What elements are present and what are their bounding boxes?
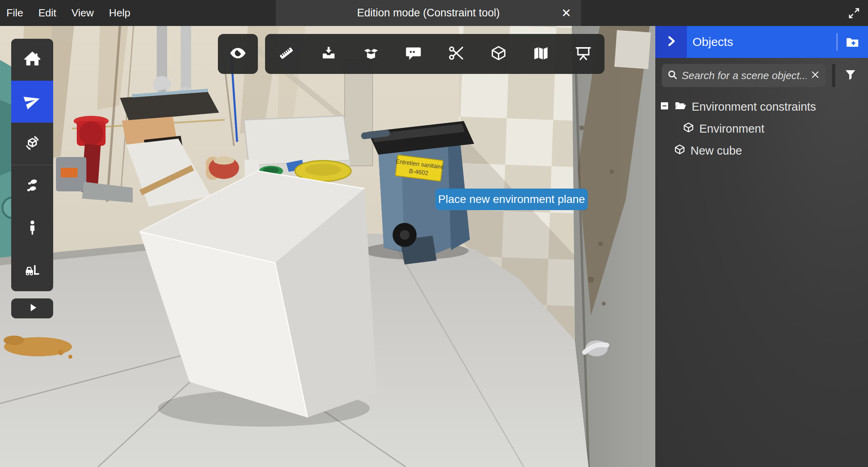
sidebar-item-avatar[interactable] <box>11 207 53 249</box>
play-button[interactable] <box>11 298 53 318</box>
tree-label: Environment constraints <box>692 100 816 113</box>
folder-open-icon <box>674 99 687 115</box>
rotate-3d-cube-icon <box>23 134 42 154</box>
chevron-right-icon <box>664 34 678 50</box>
place-plane-tooltip: Place new environment plane <box>435 189 588 210</box>
search-input[interactable] <box>682 70 806 82</box>
cube-icon <box>682 121 694 136</box>
tool-measure[interactable] <box>272 40 300 68</box>
tool-map[interactable] <box>527 40 555 68</box>
filter-button[interactable] <box>842 67 859 84</box>
edit-toolbar <box>265 34 605 74</box>
menu-view[interactable]: View <box>72 7 94 19</box>
search-icon <box>666 69 678 82</box>
tool-import[interactable] <box>315 40 343 68</box>
search-filter-divider <box>832 64 835 87</box>
sidebar-item-walk[interactable] <box>11 165 53 207</box>
header-divider <box>836 33 838 51</box>
tree-row-environment-constraints[interactable]: Environment constraints <box>655 96 868 118</box>
scene-object-tree: Environment constraints Environment New … <box>655 92 868 162</box>
sidebar-item-rotate-object[interactable] <box>11 123 53 165</box>
mode-title-bar: Edition mode (Constraint tool) ✕ <box>276 0 581 26</box>
collapse-panel-button[interactable] <box>655 26 687 58</box>
objects-panel-title: Objects <box>692 35 733 49</box>
objects-panel-title-area: Objects <box>687 26 868 58</box>
folder-plus-icon <box>845 44 860 51</box>
filter-funnel-icon <box>844 68 857 83</box>
menu-help[interactable]: Help <box>109 7 130 19</box>
menu-bar: File Edit View Help <box>6 0 130 26</box>
tool-comments[interactable] <box>399 40 427 68</box>
sidebar-item-home[interactable] <box>11 39 53 81</box>
scene-canister <box>56 157 86 191</box>
collapse-toggle-icon[interactable] <box>660 100 669 113</box>
mode-title: Edition mode (Constraint tool) <box>357 7 500 19</box>
tree-label: New cube <box>690 144 742 157</box>
map-icon <box>532 44 550 64</box>
import-tray-icon <box>320 44 337 64</box>
cube-icon <box>674 143 686 158</box>
tool-package[interactable] <box>357 40 385 68</box>
visibility-button[interactable] <box>218 34 258 74</box>
forklift-icon <box>23 260 42 280</box>
sidebar-item-forklift[interactable] <box>11 249 53 291</box>
scene-door <box>572 26 655 467</box>
projector-screen-icon <box>575 44 592 64</box>
close-icon[interactable]: ✕ <box>561 0 571 26</box>
tree-row-new-cube[interactable]: New cube <box>655 140 868 162</box>
search-box[interactable] <box>662 64 826 87</box>
footsteps-icon <box>23 177 42 197</box>
objects-panel-header: Objects <box>655 26 868 58</box>
menu-file[interactable]: File <box>6 7 23 19</box>
fullscreen-icon[interactable] <box>847 6 861 20</box>
tree-row-environment[interactable]: Environment <box>655 118 868 140</box>
play-icon <box>26 301 39 316</box>
eye-icon <box>229 44 247 64</box>
cube-icon <box>490 44 507 64</box>
ruler-icon <box>277 44 295 64</box>
top-bar: File Edit View Help Edition mode (Constr… <box>0 0 868 26</box>
add-folder-button[interactable] <box>845 35 860 50</box>
tool-presentation[interactable] <box>569 40 597 68</box>
open-box-icon <box>362 44 380 64</box>
paper-plane-icon <box>23 91 42 112</box>
chat-bubble-icon <box>405 44 422 64</box>
home-icon <box>23 50 42 70</box>
scissors-icon <box>447 44 465 64</box>
objects-panel: Objects <box>655 26 868 467</box>
tool-cube[interactable] <box>485 40 513 68</box>
menu-edit[interactable]: Edit <box>38 7 56 19</box>
left-tool-rail <box>11 39 53 291</box>
clear-search-icon[interactable] <box>810 69 821 82</box>
search-row <box>655 58 868 92</box>
sidebar-item-teleport[interactable] <box>11 81 53 123</box>
tree-label: Environment <box>699 122 764 135</box>
app-window: Entretien sanitaire B-4602 File Edit Vie… <box>0 0 868 467</box>
person-icon <box>24 219 41 238</box>
tool-cut[interactable] <box>442 40 470 68</box>
